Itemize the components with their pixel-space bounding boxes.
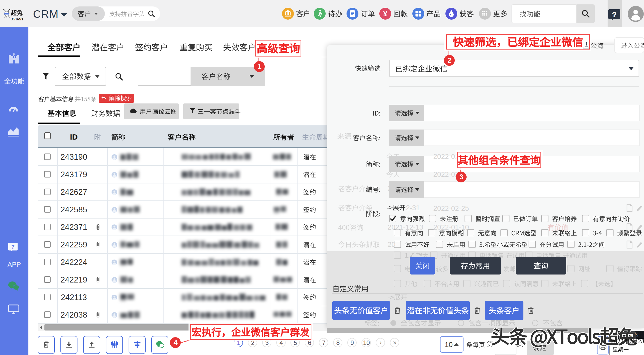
- svg-text:?: ?: [11, 244, 15, 250]
- svg-text:¥: ¥: [383, 10, 387, 18]
- svg-text:?: ?: [612, 10, 617, 19]
